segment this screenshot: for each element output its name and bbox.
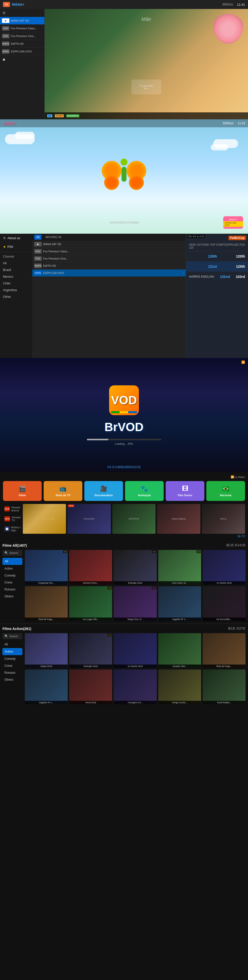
action-filter-action[interactable]: Action: [3, 648, 22, 655]
down-badge: DOWN: [55, 115, 64, 117]
jogador-title: Jogador Nº 1...: [158, 617, 201, 621]
filme-action-title: Filme Action(261): [3, 627, 31, 631]
film-card-doze[interactable]: 12 Heróis 2018: [203, 550, 245, 585]
clock-icon: 🕐: [5, 526, 9, 531]
film-card-cinquenta[interactable]: 4.0 Cinquenta Ton...: [25, 550, 68, 585]
action-filter-crime[interactable]: Crime: [3, 663, 22, 669]
channel-item-fox2[interactable]: FOX Fox Premium Cine...: [0, 32, 44, 40]
vod-recent-row: NEW Viewed drama NEW Viewed TV 🕐 History…: [3, 504, 245, 534]
cat-serie[interactable]: 📺 Série de TV: [44, 481, 82, 501]
cat-doc[interactable]: 🎥 Documentário: [84, 481, 123, 501]
fav-menu-item[interactable]: ★ FAV: [0, 242, 32, 251]
movie-thumb-poldark[interactable]: NEW POLDARK: [68, 504, 111, 534]
fav-badge: FAVORITO: [66, 115, 79, 117]
scroll-up-btn[interactable]: ▲: [0, 56, 44, 63]
cat-filme[interactable]: 🎬 Filme: [3, 481, 42, 501]
about-ch-ewtn[interactable]: EWTN EWTN HD: [32, 262, 186, 269]
action-filter-others[interactable]: Others: [3, 676, 22, 683]
filme-all-page: 第1页 共141页: [226, 543, 245, 547]
film-card-avengers[interactable]: Avengers Gri...: [114, 670, 156, 704]
homem-title: Homem-Form...: [69, 581, 112, 585]
action-filter-all[interactable]: All: [3, 641, 22, 648]
recent-item-3[interactable]: 🕐 History / Sign: [3, 524, 23, 534]
filter-all[interactable]: All: [3, 558, 22, 565]
film-card-tomb[interactable]: Tomb Raider...: [203, 670, 245, 704]
film-card-doze2[interactable]: 12 Heróis 2018: [114, 633, 156, 668]
film-card-rota[interactable]: Rota de Fuga...: [25, 586, 68, 621]
film-card-extincao[interactable]: 4.0 Extinção 2018: [114, 550, 156, 585]
tab-all[interactable]: All: [34, 235, 41, 240]
channel-badge: FOX: [2, 34, 9, 38]
download-btn[interactable]: DOWNLOAD NOW: [223, 221, 243, 227]
film-card-tango[interactable]: 4.0 Tango One, O...: [114, 586, 156, 621]
about-ch-mana[interactable]: ▶ MANA SAT SD: [32, 241, 186, 248]
country-chile[interactable]: Chile: [0, 280, 32, 286]
sharp-title: Sharp Objects: [172, 518, 186, 520]
tomb-img: [203, 670, 245, 701]
channel-item-ewtn[interactable]: EWTN EWTN HD: [0, 40, 44, 48]
del-badge: DEL 8/9 ▲ ALW: [187, 235, 205, 238]
about-ch-fox1[interactable]: FOX Fox Premium Class...: [32, 248, 186, 255]
channel-item-mana[interactable]: ▶ MANA SAT SD: [0, 17, 44, 25]
rating-extincao: 4.0: [152, 550, 156, 553]
butterfly-body: [122, 167, 126, 182]
about-ch-espn[interactable]: ESPN ESPN USA VIVO ›: [32, 269, 186, 277]
about-tabs: All MOVING IN: [32, 234, 186, 241]
action-search-box[interactable]: 🔍 Search: [3, 633, 22, 639]
film-card-homem[interactable]: Homem-Form...: [69, 550, 112, 585]
country-argentina[interactable]: Argentina: [0, 286, 32, 293]
country-mexico[interactable]: Mexico: [0, 273, 32, 280]
tv-settings-row[interactable]: ⚙: [0, 9, 44, 17]
vod-time: 11:45Am: [234, 476, 245, 479]
film-card-jogador[interactable]: Jogador Nº 1...: [158, 586, 201, 621]
filter-romanc[interactable]: Romanc: [3, 586, 22, 593]
channel-badge: EWTN: [2, 41, 9, 46]
cat-nacional[interactable]: 🇧🇷 Nacional: [206, 481, 245, 501]
channel-name: EWTN HD: [43, 264, 184, 267]
film-card-vespa[interactable]: Vespa 2018: [25, 633, 68, 668]
movie-thumb-yellowstone[interactable]: YELLOWSTONE: [23, 504, 66, 534]
movie-thumb-outpost[interactable]: OUTPOST: [112, 504, 155, 534]
channel-name: Fox Premium Cine...: [43, 257, 184, 260]
action-filter-romanc[interactable]: Romanc: [3, 670, 22, 676]
film-card-darkness[interactable]: Na Escuridão...: [203, 586, 245, 621]
film-card-lugar[interactable]: 4.0 Um Lugar Sile...: [69, 586, 112, 621]
tv-speed: 385Kb/s: [222, 3, 233, 6]
filme-action-section: Filme Action(261) 第1页 共27页 🔍 Search All …: [0, 624, 248, 707]
channel-item-espn[interactable]: ESPN ESPN USA VIVO: [0, 48, 44, 56]
cat-film-series[interactable]: 🎞 Film Series: [166, 481, 204, 501]
search-placeholder: Search: [9, 551, 18, 554]
outpost-img: OUTPOST: [112, 504, 155, 534]
cat-anim[interactable]: 🐾 Animação: [125, 481, 164, 501]
film-card-jurassic[interactable]: Jurassic Wor...: [158, 633, 201, 668]
doc-icon: 🎥: [100, 485, 107, 492]
search-box[interactable]: 🔍 Search: [3, 550, 22, 556]
filter-others[interactable]: Others: [3, 593, 22, 600]
country-all[interactable]: All: [0, 260, 32, 267]
movie-thumb-sharp[interactable]: Sharp Objects: [157, 504, 200, 534]
filme-all-layout: 🔍 Search All Action Comedy Crime Romanc …: [3, 550, 245, 621]
tab-moving-in[interactable]: MOVING IN: [43, 235, 63, 240]
tv-channel-sidebar: ⚙ ▶ MANA SAT SD FOX Fox Premium Class...…: [0, 9, 45, 119]
doze-title: 12 Heróis 2018: [203, 581, 245, 585]
filter-comedy[interactable]: Comedy: [3, 572, 22, 579]
film-card-simon[interactable]: 4.0 Com Amor, Si...: [158, 550, 201, 585]
filter-crime[interactable]: Crime: [3, 579, 22, 586]
about-us-menu-item[interactable]: ⚙ About us: [0, 234, 32, 242]
film-card-rota2[interactable]: Rota de Fuga...: [203, 633, 245, 668]
film-card-jogador2[interactable]: Jogador Nº 1...: [25, 670, 68, 704]
film-card-extincao2[interactable]: 4.0 Extinção 2018: [69, 633, 112, 668]
about-ch-fox2[interactable]: FOX Fox Premium Cine...: [32, 255, 186, 262]
channel-item-fox1[interactable]: FOX Fox Premium Class...: [0, 25, 44, 32]
country-other[interactable]: Other: [0, 293, 32, 300]
about-us-label: About us: [8, 236, 20, 240]
filter-action[interactable]: Action: [3, 565, 22, 572]
country-brasil[interactable]: Brasil: [0, 267, 32, 273]
film-card-perigo[interactable]: Perigo na Mo...: [158, 670, 201, 704]
movie-thumb-bold[interactable]: BOLD: [202, 504, 245, 534]
film-card-feral[interactable]: Feral 2018: [69, 670, 112, 704]
recent-item-2[interactable]: NEW Viewed TV: [3, 514, 23, 524]
action-filter-comedy[interactable]: Comedy: [3, 655, 22, 662]
recent-item-1[interactable]: NEW Viewed drama: [3, 504, 23, 514]
tango-img: [114, 586, 156, 617]
